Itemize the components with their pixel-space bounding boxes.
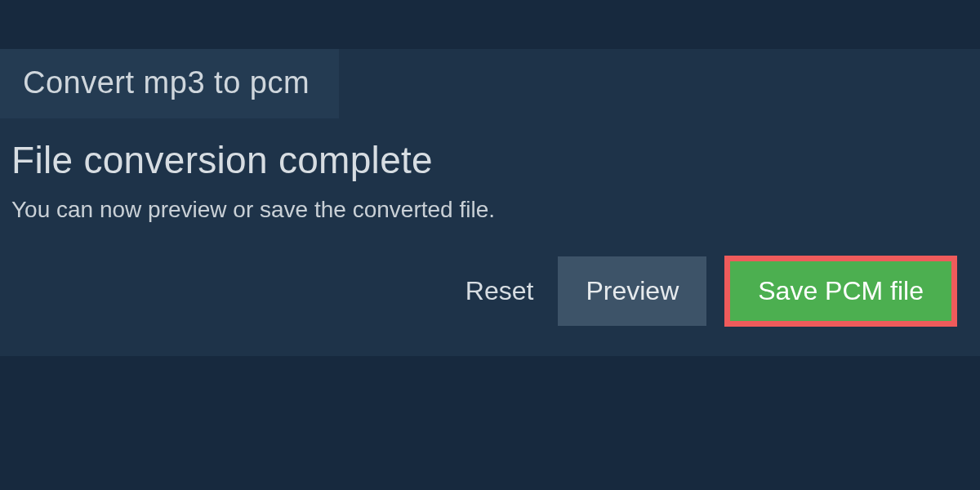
- reset-button[interactable]: Reset: [459, 276, 541, 306]
- panel-content: File conversion complete You can now pre…: [0, 118, 980, 356]
- preview-button[interactable]: Preview: [558, 256, 706, 326]
- tab-convert-mp3-to-pcm[interactable]: Convert mp3 to pcm: [0, 49, 339, 118]
- status-subtext: You can now preview or save the converte…: [11, 197, 969, 223]
- status-heading: File conversion complete: [11, 138, 969, 182]
- tab-label: Convert mp3 to pcm: [23, 65, 310, 100]
- save-pcm-button[interactable]: Save PCM file: [724, 256, 957, 327]
- conversion-panel: Convert mp3 to pcm File conversion compl…: [0, 49, 980, 356]
- action-row: Reset Preview Save PCM file: [11, 256, 969, 333]
